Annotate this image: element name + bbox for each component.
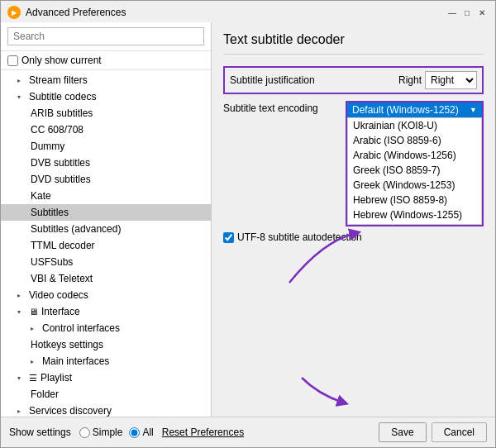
playlist-icon: ☰ [29, 373, 37, 384]
search-input[interactable] [7, 27, 204, 45]
tree-item-arib[interactable]: ARIB subtitles [1, 105, 211, 122]
tree-item-playlist[interactable]: ☰ Playlist [1, 369, 211, 386]
bottom-left: Show settings Simple All Reset Preferenc… [9, 427, 244, 438]
arrow-icon [17, 374, 26, 382]
tree-label: Stream filters [29, 74, 88, 86]
arrow-icon [31, 358, 39, 365]
vlc-icon: ▶ [7, 6, 21, 19]
only-show-current-checkbox[interactable] [7, 55, 18, 66]
tree-item-kate[interactable]: Kate [1, 188, 211, 204]
justification-label: Subtitle justification [230, 74, 398, 86]
tree-label: Subtitles [31, 207, 69, 218]
tree-label: Interface [41, 306, 80, 317]
tree-label: Folder [31, 388, 59, 400]
reset-preferences-button[interactable]: Reset Preferences [162, 427, 244, 438]
all-label: All [142, 427, 153, 438]
encoding-option-arabic-win[interactable]: Arabic (Windows-1256) [348, 148, 481, 163]
arrow-icon [17, 308, 26, 316]
panel-title: Text subtitle decoder [223, 32, 484, 55]
only-show-current-row: Only show current [1, 51, 211, 70]
tree-item-subtitle-codecs[interactable]: Subtitle codecs [1, 88, 211, 105]
tree-item-interface[interactable]: 🖥 Interface [1, 303, 211, 320]
tree-label: Playlist [41, 372, 72, 384]
utf8-checkbox[interactable] [223, 232, 234, 243]
tree-label: DVD subtitles [31, 174, 91, 185]
window-controls: — □ ✕ [446, 7, 489, 18]
encoding-option-ukrainian[interactable]: Ukrainian (KOI8-U) [348, 118, 481, 133]
encoding-option-greek-iso[interactable]: Greek (ISO 8859-7) [348, 163, 481, 178]
tree-label: Kate [31, 190, 51, 202]
encoding-option-greek-win[interactable]: Greek (Windows-1253) [348, 178, 481, 193]
tree-item-dvb[interactable]: DVB subtitles [1, 155, 211, 171]
tree-item-services-discovery[interactable]: Services discovery [1, 403, 211, 417]
encoding-option-turkish-iso[interactable]: Turkish (ISO 8859-9) [348, 222, 481, 225]
window-title: Advanced Preferences [26, 7, 126, 18]
minimize-button[interactable]: — [446, 7, 459, 18]
title-bar: ▶ Advanced Preferences — □ ✕ [1, 1, 495, 22]
tree-label: USFSubs [31, 256, 73, 268]
radio-group: Simple All [79, 427, 154, 438]
tree-item-main-interfaces[interactable]: Main interfaces [1, 353, 211, 369]
justification-value: Right [398, 74, 422, 86]
tree-item-dvd[interactable]: DVD subtitles [1, 171, 211, 188]
arrow-icon [17, 292, 26, 299]
tree-label: DVB subtitles [31, 157, 90, 169]
all-radio[interactable] [129, 427, 140, 438]
title-bar-left: ▶ Advanced Preferences [7, 6, 126, 19]
advanced-preferences-window: ▶ Advanced Preferences — □ ✕ Only show c… [0, 0, 496, 448]
tree-label: TTML decoder [31, 240, 95, 251]
tree-area: Stream filters Subtitle codecs ARIB subt… [1, 70, 211, 417]
show-settings-label: Show settings [9, 427, 71, 438]
simple-radio-label: Simple [79, 427, 123, 438]
right-panel: Text subtitle decoder Subtitle justifica… [212, 22, 495, 417]
tree-label: Hotkeys settings [31, 339, 103, 350]
tree-label: Subtitles (advanced) [31, 223, 121, 235]
interface-icon: 🖥 [29, 307, 38, 317]
settings-area: Subtitle justification Right Left Center… [223, 66, 484, 382]
tree-label: Services discovery [29, 405, 112, 417]
tree-label: VBI & Teletext [31, 273, 93, 284]
encoding-label: Subtitle text encoding [223, 101, 346, 114]
arrow-icon [17, 93, 26, 101]
only-show-current-label: Only show current [21, 55, 102, 66]
tree-item-usfsubs[interactable]: USFSubs [1, 254, 211, 270]
all-radio-label: All [129, 427, 153, 438]
encoding-selected-value: Default (Windows-1252) [352, 104, 459, 116]
tree-item-subtitles-advanced[interactable]: Subtitles (advanced) [1, 221, 211, 237]
tree-item-video-codecs[interactable]: Video codecs [1, 287, 211, 303]
bottom-right: Save Cancel [379, 422, 487, 442]
tree-label: Main interfaces [42, 355, 109, 367]
tree-label: CC 608/708 [31, 124, 83, 136]
simple-radio[interactable] [79, 427, 90, 438]
tree-label: ARIB subtitles [31, 107, 93, 119]
tree-item-ttml[interactable]: TTML decoder [1, 237, 211, 254]
cancel-button[interactable]: Cancel [432, 422, 487, 442]
encoding-option-hebrew-win[interactable]: Hebrew (Windows-1255) [348, 207, 481, 222]
tree-label: Video codecs [29, 289, 88, 301]
arrow-icon [17, 407, 26, 415]
tree-item-folder[interactable]: Folder [1, 386, 211, 403]
main-content: Only show current Stream filters Subtitl… [1, 22, 495, 417]
tree-item-vbi[interactable]: VBI & Teletext [1, 270, 211, 287]
tree-item-stream-filters[interactable]: Stream filters [1, 72, 211, 88]
utf8-row: UTF-8 subtitle autodetection [223, 231, 484, 243]
tree-item-subtitles[interactable]: Subtitles [1, 204, 211, 221]
tree-item-cc608[interactable]: CC 608/708 [1, 122, 211, 138]
justification-select[interactable]: Left Center Right [425, 71, 477, 89]
tree-label: Control interfaces [42, 322, 120, 334]
left-panel: Only show current Stream filters Subtitl… [1, 22, 212, 417]
encoding-option-hebrew-iso[interactable]: Hebrew (ISO 8859-8) [348, 193, 481, 207]
tree-label: Subtitle codecs [29, 91, 96, 102]
tree-label: Dummy [31, 141, 64, 152]
encoding-option-arabic-iso[interactable]: Arabic (ISO 8859-6) [348, 133, 481, 148]
tree-item-control-interfaces[interactable]: Control interfaces [1, 320, 211, 336]
simple-label: Simple [93, 427, 123, 438]
maximize-button[interactable]: □ [460, 7, 474, 18]
tree-item-hotkeys[interactable]: Hotkeys settings [1, 336, 211, 353]
close-button[interactable]: ✕ [475, 7, 489, 18]
tree-item-dummy[interactable]: Dummy [1, 138, 211, 155]
save-button[interactable]: Save [379, 422, 426, 442]
utf8-label: UTF-8 subtitle autodetection [237, 231, 362, 243]
arrow-icon [31, 325, 39, 332]
bottom-bar: Show settings Simple All Reset Preferenc… [1, 417, 495, 447]
